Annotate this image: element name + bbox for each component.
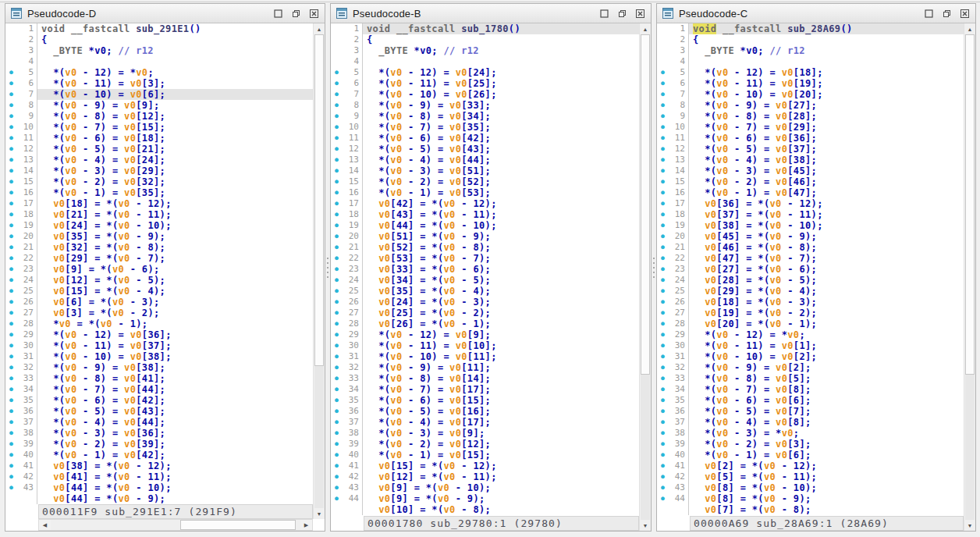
breakpoint-dot[interactable]: ●	[657, 111, 669, 122]
splitter-grip[interactable]	[653, 258, 655, 259]
breakpoint-dot[interactable]: ●	[657, 373, 669, 384]
code-line[interactable]: *(v0 - 3) = v0[29];	[37, 165, 313, 176]
code-line[interactable]: v0[52] = *(v0 - 8);	[363, 242, 639, 253]
code-line[interactable]: void __fastcall sub_291E1()	[37, 23, 313, 34]
horizontal-scroll-thumb[interactable]	[180, 520, 295, 530]
code-line[interactable]: *(v0 - 5) = v0[37];	[689, 144, 964, 155]
panel-titlebar[interactable]: Pseudocode-D	[5, 4, 325, 23]
breakpoint-dot[interactable]: ●	[657, 78, 669, 89]
code-line[interactable]: v0[53] = *(v0 - 7);	[363, 253, 639, 264]
code-line[interactable]: *(v0 - 5) = v0[7];	[689, 406, 964, 417]
code-line[interactable]: *(v0 - 6) = v0[42];	[37, 395, 313, 406]
breakpoint-dot[interactable]: ●	[331, 220, 343, 231]
breakpoint-dot[interactable]: ●	[657, 318, 669, 329]
code-line[interactable]: *(v0 - 6) = v0[36];	[689, 133, 964, 144]
breakpoint-dot[interactable]: ●	[5, 340, 17, 351]
code-line[interactable]: v0[21] = *(v0 - 11);	[37, 209, 313, 220]
breakpoint-dot[interactable]: ●	[657, 450, 669, 461]
breakpoint-dot[interactable]: ●	[5, 209, 17, 220]
code-line[interactable]: *(v0 - 4) = v0[44];	[37, 417, 313, 428]
breakpoint-dot[interactable]: ●	[5, 297, 17, 308]
breakpoint-dot[interactable]: ●	[331, 308, 343, 318]
breakpoint-dot[interactable]: ●	[657, 482, 669, 493]
close-button[interactable]	[959, 8, 970, 19]
code-line[interactable]: *(v0 - 2) = v0[39];	[37, 439, 313, 450]
breakpoint-dot[interactable]: ●	[331, 187, 343, 198]
code-line[interactable]: *(v0 - 12) = v0[24];	[363, 67, 639, 78]
breakpoint-dot[interactable]: ●	[657, 395, 669, 406]
code-line[interactable]: v0[35] = *(v0 - 9);	[37, 231, 313, 242]
code-line[interactable]: *(v0 - 8) = v0[5];	[689, 373, 964, 384]
breakpoint-dot[interactable]: ●	[657, 329, 669, 340]
breakpoint-dot[interactable]: ●	[657, 406, 669, 417]
vertical-scroll-thumb[interactable]	[965, 34, 975, 375]
code-line[interactable]: v0[12] = *(v0 - 5);	[37, 275, 313, 286]
breakpoint-dot[interactable]: ●	[657, 176, 669, 187]
breakpoint-dot[interactable]: ●	[331, 340, 343, 351]
breakpoint-dot[interactable]: ●	[331, 242, 343, 253]
code-line[interactable]: *(v0 - 9) = v0[11];	[363, 362, 639, 373]
vertical-scrollbar[interactable]: ▲▼	[313, 23, 325, 519]
breakpoint-dot[interactable]: ●	[657, 67, 669, 78]
breakpoint-dot[interactable]: ●	[331, 264, 343, 275]
scroll-down-arrow[interactable]: ▼	[640, 520, 651, 531]
code-line[interactable]: v0[33] = *(v0 - 6);	[363, 264, 639, 275]
breakpoint-dot[interactable]: ●	[657, 220, 669, 231]
code-line[interactable]: *(v0 - 7) = v0[35];	[363, 122, 639, 133]
breakpoint-dot[interactable]: ●	[657, 133, 669, 144]
breakpoint-dot[interactable]: ●	[331, 373, 343, 384]
code-line[interactable]: v0[18] = *(v0 - 3);	[689, 297, 964, 308]
code-line[interactable]: v0[15] = *(v0 - 4);	[37, 286, 313, 297]
code-line[interactable]: v0[12] = *(v0 - 11);	[363, 471, 639, 482]
code-line[interactable]: *(v0 - 3) = v0[9];	[363, 428, 639, 439]
breakpoint-dot[interactable]: ●	[5, 450, 17, 461]
breakpoint-dot[interactable]: ●	[657, 242, 669, 253]
code-line[interactable]: _BYTE *v0; // r12	[689, 45, 964, 56]
code-line[interactable]: v0[44] = *(v0 - 9);	[37, 493, 313, 504]
breakpoint-dot[interactable]: ●	[657, 384, 669, 395]
code-line[interactable]: *(v0 - 12) = *v0;	[37, 67, 313, 78]
scroll-up-arrow[interactable]: ▲	[640, 23, 651, 34]
vertical-scroll-track[interactable]	[641, 375, 650, 521]
code-line[interactable]: *(v0 - 11) = v0[37];	[37, 340, 313, 351]
code-line[interactable]: v0[42] = *(v0 - 12);	[363, 198, 639, 209]
code-line[interactable]: v0[18] = *(v0 - 12);	[37, 198, 313, 209]
code-line[interactable]: *(v0 - 3) = v0[51];	[363, 165, 639, 176]
code-line[interactable]: v0[20] = *(v0 - 1);	[689, 318, 964, 329]
breakpoint-dot[interactable]: ●	[331, 89, 343, 100]
code-line[interactable]: *(v0 - 7) = v0[8];	[689, 384, 964, 395]
code-line[interactable]: {	[689, 34, 964, 45]
code-line[interactable]: _BYTE *v0; // r12	[37, 45, 313, 56]
code-line[interactable]: *(v0 - 1) = v0[35];	[37, 187, 313, 198]
breakpoint-dot[interactable]: ●	[5, 439, 17, 450]
breakpoint-dot[interactable]: ●	[657, 231, 669, 242]
breakpoint-dot[interactable]: ●	[331, 384, 343, 395]
code-line[interactable]: v0[28] = *(v0 - 5);	[689, 275, 964, 286]
code-line[interactable]: *(v0 - 11) = v0[10];	[363, 340, 639, 351]
code-line[interactable]: v0[9] = *(v0 - 9);	[363, 493, 639, 504]
breakpoint-dot[interactable]: ●	[331, 428, 343, 439]
breakpoint-dot[interactable]: ●	[5, 78, 17, 89]
code-line[interactable]: *(v0 - 5) = v0[16];	[363, 406, 639, 417]
code-line[interactable]: *(v0 - 7) = v0[15];	[37, 122, 313, 133]
code-line[interactable]: v0[15] = *(v0 - 12);	[363, 461, 639, 471]
code-line[interactable]: *(v0 - 8) = v0[28];	[689, 111, 964, 122]
code-line[interactable]: *(v0 - 10) = v0[6];	[37, 89, 313, 100]
code-line[interactable]: *(v0 - 11) = v0[25];	[363, 78, 639, 89]
code-line[interactable]: *(v0 - 9) = v0[9];	[37, 100, 313, 111]
breakpoint-dot[interactable]: ●	[657, 351, 669, 362]
breakpoint-dot[interactable]: ●	[657, 461, 669, 471]
breakpoint-dot[interactable]: ●	[657, 275, 669, 286]
code-line[interactable]: v0[29] = *(v0 - 7);	[37, 253, 313, 264]
breakpoint-dot[interactable]: ●	[657, 417, 669, 428]
code-line[interactable]: v0[26] = *(v0 - 1);	[363, 318, 639, 329]
code-line[interactable]: v0[8] = *(v0 - 9);	[689, 493, 964, 504]
breakpoint-dot[interactable]: ●	[331, 144, 343, 155]
code-line[interactable]: *(v0 - 5) = v0[21];	[37, 144, 313, 155]
breakpoint-dot[interactable]: ●	[5, 89, 17, 100]
breakpoint-dot[interactable]: ●	[331, 417, 343, 428]
breakpoint-dot[interactable]: ●	[5, 220, 17, 231]
code-line[interactable]: *(v0 - 10) = v0[26];	[363, 89, 639, 100]
breakpoint-dot[interactable]: ●	[657, 253, 669, 264]
breakpoint-dot[interactable]: ●	[5, 428, 17, 439]
